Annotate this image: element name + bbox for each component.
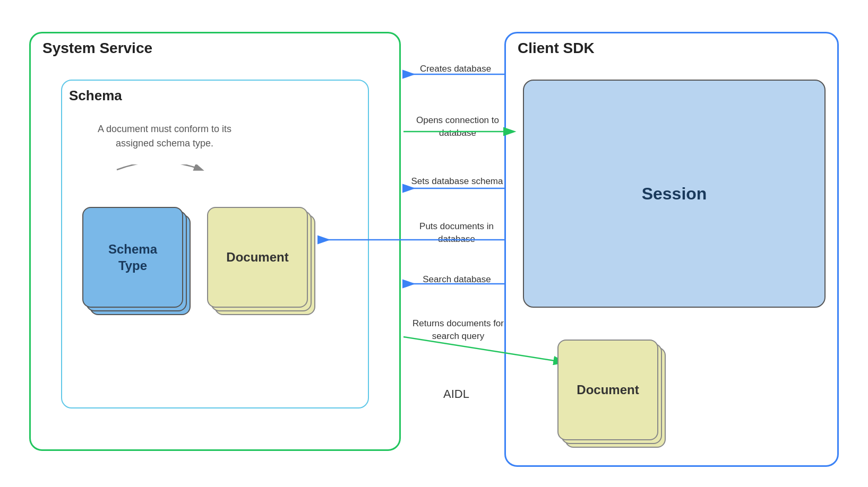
client-sdk-label: Client SDK	[518, 40, 595, 57]
schema-type-stack: SchemaType	[82, 207, 183, 308]
doc-left-front: Document	[207, 207, 308, 308]
arrow-label-sets-schema: Sets database schema	[401, 175, 513, 188]
schema-curved-arrow	[85, 164, 234, 207]
aidl-label: AIDL	[443, 387, 469, 401]
diagram-container: System Service Schema A document must co…	[0, 0, 868, 487]
session-card: Session	[523, 80, 826, 308]
session-label: Session	[642, 184, 707, 204]
arrow-label-puts-docs: Puts documents indatabase	[401, 220, 512, 246]
document-stack-left: Document	[207, 207, 308, 308]
schema-description: A document must conform to its assigned …	[85, 122, 244, 151]
document-stack-right: Document	[557, 340, 658, 440]
arrow-label-search-db: Search database	[410, 273, 503, 286]
doc-right-front: Document	[557, 340, 658, 440]
arrow-label-creates-db: Creates database	[402, 63, 509, 75]
system-service-label: System Service	[42, 40, 152, 57]
arrow-label-returns-docs: Returns documents forsearch query	[397, 317, 519, 343]
schema-label: Schema	[69, 88, 122, 104]
arrow-label-opens-connection: Opens connection todatabase	[399, 114, 516, 140]
schema-type-card-front: SchemaType	[82, 207, 183, 308]
